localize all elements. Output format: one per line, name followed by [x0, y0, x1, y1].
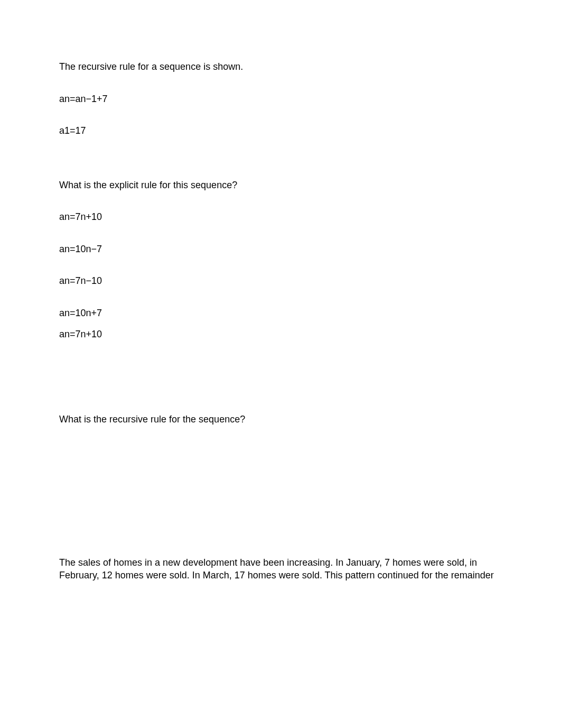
q1-prompt: What is the explicit rule for this seque… — [59, 179, 503, 191]
q1-option-3: an=7n−10 — [59, 275, 503, 287]
q1-option-1: an=7n+10 — [59, 211, 503, 223]
q1-option-4: an=10n+7 — [59, 307, 503, 319]
q1-intro: The recursive rule for a sequence is sho… — [59, 61, 503, 73]
q1-recursive-rule: an=an−1+7 — [59, 93, 503, 105]
q2-prompt: What is the recursive rule for the seque… — [59, 413, 503, 426]
q1-option-2: an=10n−7 — [59, 243, 503, 255]
q1-initial-term: a1=17 — [59, 125, 503, 137]
q1-option-5: an=7n+10 — [59, 328, 503, 340]
document-content: The recursive rule for a sequence is sho… — [0, 0, 561, 582]
q3-text: The sales of homes in a new development … — [59, 556, 503, 582]
